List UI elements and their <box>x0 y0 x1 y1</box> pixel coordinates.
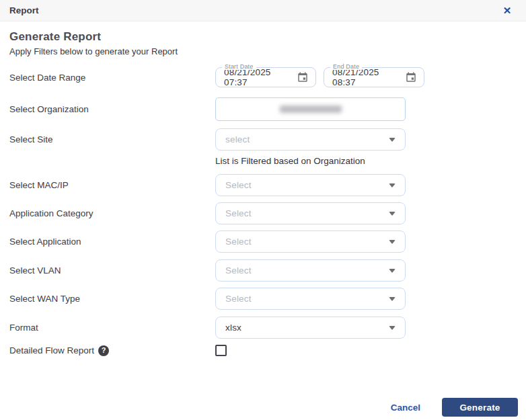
end-date-field[interactable]: End Date 08/21/2025 08:37 <box>324 67 424 87</box>
application-label: Select Application <box>9 237 215 247</box>
format-row: Format xlsx <box>9 317 526 339</box>
report-filter-form: Select Date Range Start Date 08/21/2025 … <box>9 67 526 356</box>
chevron-down-icon <box>389 326 396 330</box>
start-date-value[interactable]: 08/21/2025 07:37 <box>224 67 295 87</box>
organization-label: Select Organization <box>9 104 215 114</box>
application-select[interactable]: Select <box>215 230 406 253</box>
mac-ip-row: Select MAC/IP Select <box>9 174 526 196</box>
page-subtitle: Apply Filters below to generate your Rep… <box>9 46 526 56</box>
format-label: Format <box>9 323 215 333</box>
start-date-calendar-button[interactable] <box>295 70 310 85</box>
chevron-down-icon <box>389 269 396 273</box>
detailed-flow-checkbox[interactable] <box>215 345 227 356</box>
help-icon[interactable]: ? <box>98 345 109 356</box>
generate-report-dialog: Report ✕ Generate Report Apply Filters b… <box>0 0 526 420</box>
chevron-down-icon <box>389 138 396 142</box>
mac-ip-label: Select MAC/IP <box>9 180 215 190</box>
application-category-row: Application Category Select <box>9 202 526 224</box>
end-date-floating-label: End Date <box>330 63 362 70</box>
date-range-label: Select Date Range <box>9 73 215 83</box>
site-label: Select Site <box>9 128 215 151</box>
wan-type-label: Select WAN Type <box>9 294 215 304</box>
mac-ip-select[interactable]: Select <box>215 174 406 196</box>
chevron-down-icon <box>389 240 396 244</box>
end-date-value[interactable]: 08/21/2025 08:37 <box>332 67 404 87</box>
vlan-select-placeholder: Select <box>225 265 252 276</box>
page-title: Generate Report <box>9 30 526 44</box>
date-range-row: Select Date Range Start Date 08/21/2025 … <box>9 67 526 87</box>
wan-type-select[interactable]: Select <box>215 288 406 310</box>
detailed-flow-row: Detailed Flow Report ? <box>9 345 526 356</box>
application-category-label: Application Category <box>9 208 215 218</box>
wan-type-select-placeholder: Select <box>225 294 252 304</box>
dialog-footer: Cancel Generate <box>391 398 518 417</box>
vlan-label: Select VLAN <box>9 265 215 276</box>
generate-button[interactable]: Generate <box>442 398 518 417</box>
application-row: Select Application Select <box>9 230 526 253</box>
site-select-placeholder: select <box>225 134 250 144</box>
chevron-down-icon <box>389 212 396 216</box>
wan-type-row: Select WAN Type Select <box>9 288 526 310</box>
chevron-down-icon <box>389 297 396 301</box>
end-date-calendar-button[interactable] <box>404 70 418 85</box>
format-select-value: xlsx <box>225 323 241 333</box>
organization-value-redacted <box>280 106 342 113</box>
close-icon[interactable]: ✕ <box>499 3 515 19</box>
start-date-floating-label: Start Date <box>222 63 256 70</box>
dialog-title: Report <box>9 5 39 15</box>
dialog-header: Report ✕ <box>0 0 526 22</box>
mac-ip-select-placeholder: Select <box>225 180 252 190</box>
organization-input[interactable] <box>215 97 406 121</box>
calendar-icon <box>405 71 417 83</box>
application-select-placeholder: Select <box>225 237 252 247</box>
organization-row: Select Organization <box>9 97 526 121</box>
site-helper-text: List is Filtered based on Organization <box>215 156 406 166</box>
calendar-icon <box>297 71 309 83</box>
dialog-body: Generate Report Apply Filters below to g… <box>0 22 526 356</box>
application-category-select[interactable]: Select <box>215 202 406 224</box>
vlan-row: Select VLAN Select <box>9 259 526 282</box>
application-category-select-placeholder: Select <box>225 208 252 218</box>
detailed-flow-label-group: Detailed Flow Report ? <box>9 345 215 356</box>
site-row: Select Site select List is Filtered base… <box>9 128 526 166</box>
site-select[interactable]: select <box>215 128 406 151</box>
format-select[interactable]: xlsx <box>215 317 406 339</box>
cancel-button[interactable]: Cancel <box>391 403 420 413</box>
chevron-down-icon <box>389 183 396 187</box>
detailed-flow-label: Detailed Flow Report <box>9 345 94 355</box>
vlan-select[interactable]: Select <box>215 259 406 282</box>
start-date-field[interactable]: Start Date 08/21/2025 07:37 <box>215 67 316 87</box>
